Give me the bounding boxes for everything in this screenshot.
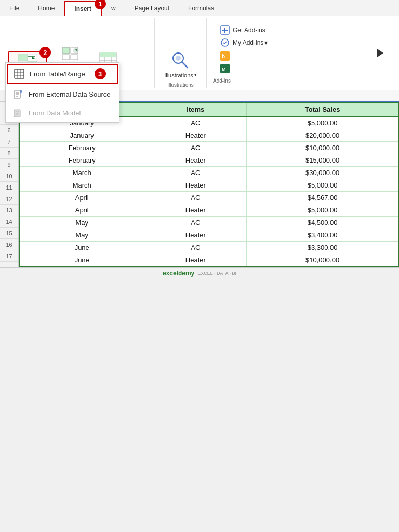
- svg-rect-20: [105, 52, 111, 57]
- cell-item: Heater: [144, 204, 247, 217]
- dropdown-item-external-label: From External Data Source: [29, 90, 111, 98]
- table-row[interactable]: JuneAC$3,300.00: [19, 242, 398, 254]
- ribbon-group-addins: Get Add-ins My Add-ins ▾: [207, 18, 300, 88]
- cell-month: April: [19, 204, 144, 217]
- tab-home[interactable]: Home: [29, 1, 64, 16]
- table-row[interactable]: MarchHeater$5,000.00: [19, 179, 398, 192]
- cell-sales: $10,000.00: [247, 142, 398, 154]
- table-row[interactable]: AprilHeater$5,000.00: [19, 204, 398, 217]
- table-row[interactable]: MarchAC$30,000.00: [19, 167, 398, 179]
- row-headers: 4567891011121314151617: [0, 102, 19, 267]
- my-addins-icon: [220, 38, 230, 47]
- cell-sales: $15,000.00: [247, 154, 398, 167]
- svg-rect-10: [71, 55, 78, 60]
- dropdown-menu: From Table/Range 3 From External Data S: [5, 62, 119, 123]
- data-model-icon: [13, 108, 23, 118]
- illustrations-arrow: ▾: [194, 72, 197, 77]
- svg-rect-7: [62, 47, 70, 54]
- table-row[interactable]: JuneHeater$10,000.00: [19, 254, 398, 267]
- col-header-items: Items: [144, 102, 247, 116]
- cell-item: Heater: [144, 254, 247, 267]
- svg-text:M: M: [222, 66, 226, 72]
- footer-sub: EXCEL · DATA · BI: [197, 271, 236, 276]
- illustrations-group-label: Illustrations: [167, 82, 194, 88]
- cell-item: Heater: [144, 179, 247, 192]
- ribbon-group-illustrations: Illustrations ▾ Illustrations: [155, 18, 207, 88]
- row-header-16: 16: [0, 239, 18, 250]
- tab-file[interactable]: File: [0, 1, 29, 16]
- cell-month: February: [19, 142, 144, 154]
- svg-line-36: [182, 62, 188, 68]
- cursor-pointer: [377, 49, 383, 57]
- cell-month: February: [19, 154, 144, 167]
- cell-item: AC: [144, 192, 247, 204]
- cell-month: January: [19, 129, 144, 142]
- bing-button[interactable]: b: [218, 50, 232, 62]
- cell-item: AC: [144, 217, 247, 229]
- table-range-icon: [14, 69, 24, 79]
- cell-sales: $4,567.00: [247, 192, 398, 204]
- my-addins-button[interactable]: My Add-ins ▾: [218, 37, 270, 48]
- tab-formulas[interactable]: Formulas: [179, 1, 223, 16]
- step-badge-3: 3: [95, 68, 106, 79]
- svg-rect-19: [100, 52, 105, 57]
- ribbon-tabs: File Home Insert 1 w Page Layout Formula…: [0, 0, 399, 16]
- row-header-8: 8: [0, 148, 18, 159]
- illustrations-icon: [171, 51, 190, 71]
- external-data-icon: [13, 89, 23, 99]
- table-row[interactable]: FebruaryHeater$15,000.00: [19, 154, 398, 167]
- dropdown-item-data-model-label: From Data Model: [29, 109, 81, 117]
- get-addins-icon: [220, 25, 230, 35]
- cell-month: June: [19, 254, 144, 267]
- row-header-10: 10: [0, 170, 18, 182]
- cell-month: May: [19, 217, 144, 229]
- table-row[interactable]: MayAC$4,500.00: [19, 217, 398, 229]
- cell-item: AC: [144, 116, 247, 129]
- row-header-6: 6: [0, 125, 18, 136]
- cell-month: May: [19, 229, 144, 242]
- cell-item: AC: [144, 242, 247, 254]
- cell-sales: $3,400.00: [247, 229, 398, 242]
- microsoft-teams-icon: M: [220, 64, 230, 73]
- row-header-9: 9: [0, 159, 18, 170]
- row-header-17: 17: [0, 250, 18, 262]
- cell-item: Heater: [144, 154, 247, 167]
- cell-sales: $5,000.00: [247, 179, 398, 192]
- cell-sales: $5,000.00: [247, 116, 398, 129]
- my-addins-arrow: ▾: [264, 39, 268, 46]
- table-row[interactable]: AprilAC$4,567.00: [19, 192, 398, 204]
- svg-text:b: b: [222, 54, 225, 59]
- cell-month: April: [19, 192, 144, 204]
- dropdown-item-table-range[interactable]: From Table/Range 3: [7, 64, 118, 84]
- svg-point-37: [176, 56, 181, 61]
- cell-month: June: [19, 242, 144, 254]
- illustrations-label: Illustrations: [164, 72, 193, 78]
- get-addins-button[interactable]: Get Add-ins: [218, 24, 268, 36]
- spreadsheet-content: Months Items Total Sales JanuaryAC$5,000…: [19, 102, 399, 267]
- microsoft-icon-button[interactable]: M: [218, 63, 232, 74]
- cell-sales: $5,000.00: [247, 204, 398, 217]
- cell-sales: $30,000.00: [247, 167, 398, 179]
- tab-page-layout[interactable]: Page Layout: [125, 1, 179, 16]
- illustrations-button[interactable]: Illustrations ▾: [160, 49, 201, 81]
- step-badge-2: 2: [39, 47, 51, 58]
- get-addins-label: Get Add-ins: [233, 26, 265, 34]
- footer: exceldemy EXCEL · DATA · BI: [0, 267, 399, 279]
- cell-month: March: [19, 179, 144, 192]
- cell-item: Heater: [144, 229, 247, 242]
- table-row[interactable]: MayHeater$3,400.00: [19, 229, 398, 242]
- row-header-13: 13: [0, 205, 18, 216]
- row-header-15: 15: [0, 228, 18, 239]
- dropdown-item-table-range-label: From Table/Range: [30, 70, 85, 78]
- cell-item: Heater: [144, 129, 247, 142]
- row-header-7: 7: [0, 136, 18, 148]
- dropdown-item-external[interactable]: From External Data Source: [6, 85, 119, 103]
- table-row[interactable]: FebruaryAC$10,000.00: [19, 142, 398, 154]
- ribbon-group-tables: 2: [4, 18, 155, 88]
- tab-insert[interactable]: Insert 1: [64, 1, 102, 16]
- table-row[interactable]: JanuaryHeater$20,000.00: [19, 129, 398, 142]
- row-header-11: 11: [0, 182, 18, 193]
- footer-logo: exceldemy: [163, 270, 194, 277]
- svg-text:?: ?: [75, 49, 77, 52]
- cell-sales: $10,000.00: [247, 254, 398, 267]
